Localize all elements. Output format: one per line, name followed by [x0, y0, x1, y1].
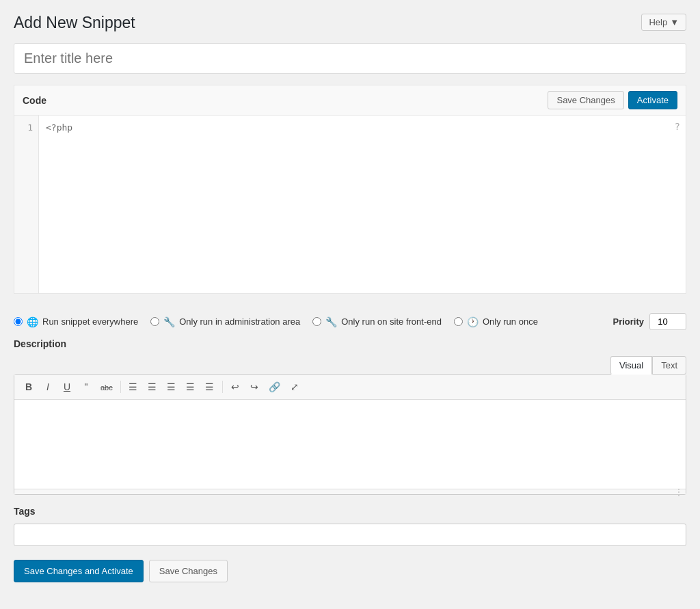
- align-left-button[interactable]: ☰: [163, 379, 180, 395]
- blockquote-button[interactable]: ": [77, 379, 95, 395]
- activate-top-button[interactable]: Activate: [628, 91, 677, 109]
- line-number: 1: [20, 122, 33, 133]
- help-arrow-icon: ▼: [670, 17, 679, 27]
- editor-tab-group: Visual Text: [14, 356, 686, 375]
- code-hint-icon[interactable]: ?: [675, 121, 680, 132]
- strikethrough-button[interactable]: abc: [96, 379, 117, 395]
- help-label: Help: [649, 17, 667, 27]
- run-option-admin[interactable]: 🔧 Only run in administration area: [150, 316, 300, 327]
- run-option-once[interactable]: 🕐 Only run once: [454, 316, 538, 327]
- run-options: 🌐 Run snippet everywhere 🔧 Only run in a…: [14, 305, 686, 338]
- footer-buttons: Save Changes and Activate Save Changes: [14, 560, 686, 582]
- tags-input[interactable]: [14, 524, 686, 546]
- run-frontend-label: Only run on site front-end: [341, 316, 442, 327]
- run-everywhere-radio[interactable]: [14, 317, 23, 326]
- description-section: Description Visual Text B I U " abc ☰ ☰ …: [14, 338, 686, 495]
- unordered-list-button[interactable]: ☰: [124, 379, 142, 395]
- save-changes-bottom-button[interactable]: Save Changes: [149, 560, 228, 582]
- link-button[interactable]: 🔗: [265, 379, 284, 395]
- run-once-radio[interactable]: [454, 317, 463, 326]
- tab-text[interactable]: Text: [652, 356, 686, 375]
- ordered-list-button[interactable]: ☰: [144, 379, 161, 395]
- tags-label: Tags: [14, 506, 686, 517]
- run-frontend-radio[interactable]: [312, 317, 321, 326]
- page-header: Add New Snippet Help ▼: [14, 14, 686, 32]
- globe-icon: 🌐: [27, 316, 38, 327]
- code-header: Code Save Changes Activate: [14, 85, 686, 116]
- run-option-frontend[interactable]: 🔧 Only run on site front-end: [312, 316, 442, 327]
- underline-button[interactable]: U: [58, 379, 76, 395]
- initial-code: <?php: [46, 122, 72, 133]
- priority-label: Priority: [612, 316, 644, 327]
- align-center-button[interactable]: ☰: [182, 379, 200, 395]
- bold-button[interactable]: B: [20, 379, 38, 395]
- tab-visual[interactable]: Visual: [610, 356, 652, 375]
- frontend-wrench-icon: 🔧: [325, 316, 337, 327]
- wysiwyg-toolbar: B I U " abc ☰ ☰ ☰ ☰ ☰ ↩ ↪ 🔗 ⤢: [14, 375, 686, 400]
- code-header-buttons: Save Changes Activate: [548, 91, 677, 109]
- run-option-everywhere[interactable]: 🌐 Run snippet everywhere: [14, 316, 138, 327]
- clock-icon: 🕐: [467, 316, 479, 327]
- code-editor-area: 1 <?php ?: [14, 116, 686, 293]
- priority-area: Priority: [612, 313, 686, 330]
- line-numbers: 1: [14, 116, 39, 293]
- fullscreen-button[interactable]: ⤢: [286, 379, 304, 395]
- help-button[interactable]: Help ▼: [641, 14, 686, 31]
- undo-button[interactable]: ↩: [226, 379, 244, 395]
- toolbar-divider-2: [222, 381, 223, 393]
- wysiwyg-container: B I U " abc ☰ ☰ ☰ ☰ ☰ ↩ ↪ 🔗 ⤢ ⋮: [14, 374, 686, 495]
- code-label: Code: [23, 95, 46, 106]
- save-changes-top-button[interactable]: Save Changes: [548, 91, 623, 109]
- wysiwyg-body[interactable]: [14, 400, 686, 489]
- tags-section: Tags: [14, 506, 686, 546]
- snippet-title-input[interactable]: [14, 43, 686, 74]
- redo-button[interactable]: ↪: [245, 379, 263, 395]
- italic-button[interactable]: I: [39, 379, 57, 395]
- align-right-button[interactable]: ☰: [201, 379, 219, 395]
- run-admin-radio[interactable]: [150, 317, 159, 326]
- toolbar-divider-1: [120, 381, 121, 393]
- page-title: Add New Snippet: [14, 14, 135, 32]
- resize-handle[interactable]: ⋮: [14, 489, 686, 494]
- run-everywhere-label: Run snippet everywhere: [42, 316, 138, 327]
- save-activate-button[interactable]: Save Changes and Activate: [14, 560, 144, 582]
- run-admin-label: Only run in administration area: [179, 316, 300, 327]
- code-section: Code Save Changes Activate 1 <?php ?: [14, 85, 686, 294]
- run-once-label: Only run once: [483, 316, 538, 327]
- priority-input[interactable]: [649, 313, 686, 330]
- code-content[interactable]: <?php ?: [39, 116, 686, 293]
- description-label: Description: [14, 338, 686, 349]
- wrench-icon: 🔧: [163, 316, 175, 327]
